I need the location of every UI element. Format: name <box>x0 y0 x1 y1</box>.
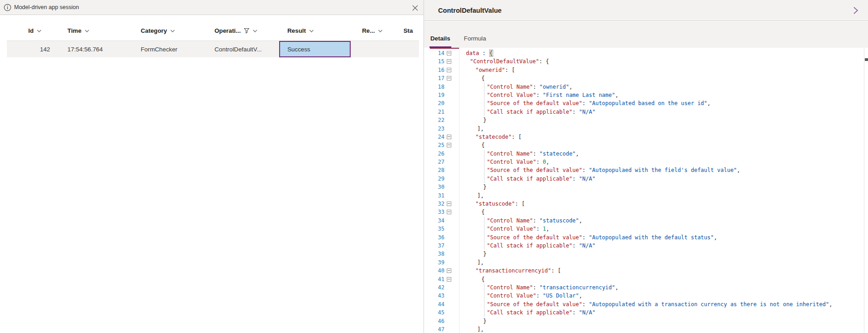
code-line: 21"Call stack if applicable": "N/A" <box>424 108 863 116</box>
code-token: "Source of the default value" <box>487 301 582 308</box>
line-number: 22 <box>424 116 444 124</box>
code-line: 25{ <box>424 141 863 149</box>
code-text: } <box>483 183 486 191</box>
code-text: "Control Name": "ownerid", <box>487 83 572 91</box>
code-line: 31], <box>424 192 863 200</box>
close-icon[interactable] <box>411 4 419 12</box>
line-number: 14 <box>424 49 444 57</box>
code-token: "Control Name" <box>487 151 533 157</box>
code-text: "Call stack if applicable": "N/A" <box>487 108 595 116</box>
cell-category: FormChecker <box>141 41 178 57</box>
code-token: : <box>572 109 579 115</box>
scrollbar-thumb[interactable] <box>865 58 868 61</box>
column-header-category[interactable]: Category <box>141 20 175 41</box>
code-text: "Source of the default value": "Autopopu… <box>487 99 710 107</box>
fold-collapse-icon[interactable] <box>447 143 451 147</box>
column-label: Operati... <box>214 27 241 34</box>
fold-collapse-icon[interactable] <box>447 277 451 282</box>
indent-guide <box>484 292 485 300</box>
code-text: "Source of the default value": "Autopopu… <box>487 300 832 308</box>
line-number: 18 <box>424 83 444 91</box>
json-editor[interactable]: 14data : {15"ControlDefaultValue": {16"o… <box>424 48 868 333</box>
chevron-down-icon <box>378 28 383 34</box>
code-token: , <box>615 92 618 98</box>
code-token: } <box>483 251 486 257</box>
code-token: "N/A" <box>579 109 595 115</box>
code-token: ], <box>477 126 484 132</box>
line-number: 42 <box>424 283 444 292</box>
column-header-sta[interactable]: Sta <box>403 20 413 41</box>
line-number: 25 <box>424 141 444 149</box>
code-line: 32"statuscode": [ <box>424 200 863 208</box>
code-token: { <box>481 142 485 148</box>
code-line: 14data : { <box>424 49 863 57</box>
cell-result-selected[interactable]: Success <box>279 41 351 57</box>
line-number: 26 <box>424 150 444 158</box>
column-header-result[interactable]: Result <box>287 20 314 41</box>
code-token: : <box>572 242 579 249</box>
code-text: "Source of the default value": "Autopopu… <box>487 166 740 174</box>
code-line: 37"Call stack if applicable": "N/A" <box>424 242 863 250</box>
code-text: "Control Name": "statuscode", <box>487 217 582 225</box>
tab-details[interactable]: Details <box>429 21 451 48</box>
code-token: "Control Name" <box>487 284 533 291</box>
details-panel-header: ControlDefaultValue <box>424 0 868 21</box>
code-token: data <box>466 50 479 56</box>
editor-scrollbar[interactable] <box>864 48 868 333</box>
code-text: "Call stack if applicable": "N/A" <box>487 308 595 317</box>
fold-collapse-icon[interactable] <box>447 268 451 273</box>
code-token: "US Dollar" <box>543 293 579 299</box>
indent-guide <box>484 108 485 116</box>
code-token: : <box>582 301 589 308</box>
line-number: 47 <box>424 325 444 333</box>
code-token: "ownerid" <box>540 84 569 90</box>
code-line: 17{ <box>424 74 863 82</box>
line-number: 34 <box>424 217 444 225</box>
code-line: 34"Control Name": "statuscode", <box>424 217 863 225</box>
code-text: { <box>481 275 485 283</box>
fold-collapse-icon[interactable] <box>447 59 451 64</box>
fold-region-marker <box>430 48 459 49</box>
fold-collapse-icon[interactable] <box>447 68 451 72</box>
code-text: "ControlDefaultValue": { <box>470 57 549 66</box>
chevron-down-icon <box>84 28 90 34</box>
code-line: 40"transactioncurrencyid": [ <box>424 267 863 275</box>
line-number: 23 <box>424 125 444 133</box>
code-line: 29"Call stack if applicable": "N/A" <box>424 175 863 183</box>
code-line: 24"statecode": [ <box>424 133 863 141</box>
line-number: 45 <box>424 308 444 317</box>
column-header-operati[interactable]: Operati... <box>214 20 258 41</box>
column-header-time[interactable]: Time <box>67 20 90 41</box>
line-number: 30 <box>424 183 444 191</box>
code-text: "statecode": [ <box>475 133 521 141</box>
fold-collapse-icon[interactable] <box>447 51 451 56</box>
chevron-right-icon[interactable] <box>851 5 861 15</box>
column-header-id[interactable]: Id <box>28 20 42 41</box>
code-token: , <box>707 100 710 106</box>
events-table-body: 14217:54:56.764FormCheckerControlDefault… <box>7 41 419 57</box>
line-number: 44 <box>424 300 444 308</box>
code-line: 15"ControlDefaultValue": { <box>424 57 863 66</box>
fold-collapse-icon[interactable] <box>447 135 451 139</box>
line-number: 24 <box>424 133 444 141</box>
code-token: : <box>479 50 489 56</box>
code-token: "ControlDefaultValue" <box>470 58 539 65</box>
code-line: 46} <box>424 317 863 325</box>
code-line: 36"Source of the default value": "Autopo… <box>424 233 863 242</box>
line-number: 36 <box>424 233 444 242</box>
code-line: 30} <box>424 183 863 191</box>
fold-collapse-icon[interactable] <box>447 202 451 206</box>
code-token: : <box>533 151 539 157</box>
column-header-re[interactable]: Re... <box>362 20 383 41</box>
monitor-app: Model-driven app session IdTimeCategoryO… <box>0 0 868 333</box>
tab-formula[interactable]: Formula <box>463 21 487 48</box>
chevron-down-icon <box>170 28 175 34</box>
code-token: { <box>481 209 485 215</box>
code-token: 0 <box>543 159 546 165</box>
code-token: : <box>533 284 539 291</box>
fold-collapse-icon[interactable] <box>447 210 451 214</box>
indent-guide <box>484 166 485 174</box>
fold-collapse-icon[interactable] <box>447 76 451 81</box>
table-row[interactable]: 14217:54:56.764FormCheckerControlDefault… <box>7 41 419 57</box>
indent-guide <box>484 242 485 250</box>
